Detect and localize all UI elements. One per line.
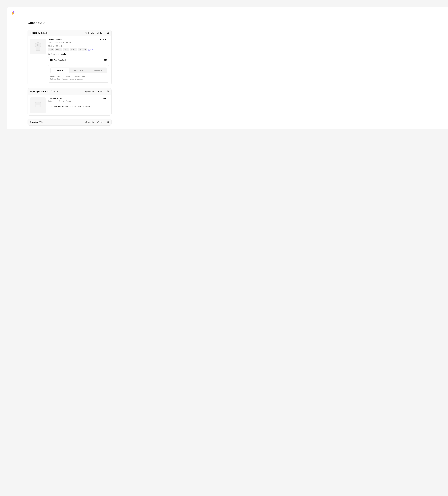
details-label: Details xyxy=(88,121,94,123)
product-name: Pullover Hoodie xyxy=(48,39,62,41)
product-thumbnail xyxy=(30,97,46,113)
pencil-icon xyxy=(97,121,99,123)
item-title: Hoodie v2 (no zip) xyxy=(30,32,48,34)
eye-icon xyxy=(85,32,87,34)
shipping-row: Ships in 4–5 weeks xyxy=(48,53,109,55)
details-label: Details xyxy=(88,32,94,34)
title-text: Checkout xyxy=(28,21,43,25)
tech-pack-addon[interactable]: Add Tech Pack $15 xyxy=(48,57,109,63)
edit-label: Edit xyxy=(100,32,103,34)
page-title: Checkout 3 xyxy=(28,21,112,25)
size-chip: S × 1 xyxy=(48,48,54,51)
card-header: Top v3 (15 June 24) Tech Pack Details Ed… xyxy=(28,88,112,95)
product-price: $20.00 xyxy=(103,97,109,100)
trash-icon xyxy=(107,90,109,93)
segment-no-label[interactable]: No Label xyxy=(51,68,69,73)
product-meta: Cotton · Long Sleeve · Raglan xyxy=(48,100,109,102)
delete-button[interactable] xyxy=(105,90,109,93)
size-chip: XXL × 10 xyxy=(78,48,87,51)
info-text: Tech pack will be sent to your email imm… xyxy=(54,106,91,108)
size-chip: M × 4 xyxy=(55,48,62,51)
item-title: Sweater FNL xyxy=(30,121,43,123)
ships-prefix: Ships in xyxy=(51,53,58,55)
edit-qty-link[interactable]: Edit Qty xyxy=(88,49,94,51)
product-name: Longsleeve Top xyxy=(48,97,62,100)
svg-point-2 xyxy=(86,91,87,92)
svg-point-4 xyxy=(86,122,87,123)
tech-pack-pill: Tech Pack xyxy=(51,90,61,93)
edit-button[interactable]: Edit xyxy=(95,121,105,123)
label-note-line1: Additional cost may apply for customised… xyxy=(50,75,107,78)
addon-label: Add Tech Pack xyxy=(54,59,103,61)
trash-icon xyxy=(107,31,109,34)
mail-icon xyxy=(50,105,52,108)
tech-pack-info-row: Tech pack will be sent to your email imm… xyxy=(48,104,109,109)
edit-label: Edit xyxy=(100,121,103,123)
card-header: Sweater FNL Details Edit xyxy=(28,119,112,125)
size-chip: XL × 6 xyxy=(70,48,77,51)
edit-label: Edit xyxy=(100,91,103,93)
checkbox-checked[interactable] xyxy=(50,59,52,62)
label-note: Additional cost may apply for customised… xyxy=(50,75,107,80)
hoodie-icon xyxy=(32,41,43,52)
check-icon xyxy=(50,59,52,61)
label-options-box: No Label Fabra Label Custom Label Additi… xyxy=(48,65,109,83)
edit-button[interactable]: Edit xyxy=(95,32,105,34)
quantity-line: 25 @ $45.00 each xyxy=(48,45,109,47)
details-button[interactable]: Details xyxy=(84,32,95,34)
checkout-item-card: Top v3 (15 June 24) Tech Pack Details Ed… xyxy=(28,88,112,116)
title-count: 3 xyxy=(43,21,45,25)
checkout-item-card: Hoodie v2 (no zip) Details Edit xyxy=(28,30,112,85)
top-icon xyxy=(32,100,43,110)
details-button[interactable]: Details xyxy=(84,121,95,123)
eye-icon xyxy=(85,91,87,93)
card-header: Hoodie v2 (no zip) Details Edit xyxy=(28,30,112,36)
trash-icon xyxy=(107,121,109,123)
product-meta: Cotton · Long Sleeve · Raglan xyxy=(48,41,109,43)
product-thumbnail xyxy=(30,39,46,54)
delete-button[interactable] xyxy=(105,121,109,124)
label-note-line2: Fabra will be in touch via email for det… xyxy=(50,78,107,80)
pencil-icon xyxy=(97,32,99,34)
product-price: $1,125.00 xyxy=(100,39,109,41)
checkout-item-card: Sweater FNL Details Edit xyxy=(28,119,112,125)
item-title: Top v3 (15 June 24) xyxy=(30,90,49,93)
clock-icon xyxy=(48,53,50,55)
delete-button[interactable] xyxy=(105,31,109,34)
svg-point-0 xyxy=(86,33,87,33)
segment-custom-label[interactable]: Custom Label xyxy=(88,68,106,73)
pencil-icon xyxy=(97,91,99,93)
brand-logo xyxy=(10,10,15,15)
eye-icon xyxy=(85,121,87,123)
details-label: Details xyxy=(88,91,94,93)
size-chip: L × 4 xyxy=(63,48,69,51)
details-button[interactable]: Details xyxy=(84,91,95,93)
addon-price: $15 xyxy=(104,59,107,61)
edit-button[interactable]: Edit xyxy=(95,91,105,93)
size-breakdown: S × 1 M × 4 L × 4 XL × 6 XXL × 10 Edit Q… xyxy=(48,48,109,51)
ships-duration: 4–5 weeks xyxy=(58,53,66,55)
segment-fabra-label[interactable]: Fabra Label xyxy=(69,68,88,73)
label-segmented-control: No Label Fabra Label Custom Label xyxy=(50,67,107,73)
